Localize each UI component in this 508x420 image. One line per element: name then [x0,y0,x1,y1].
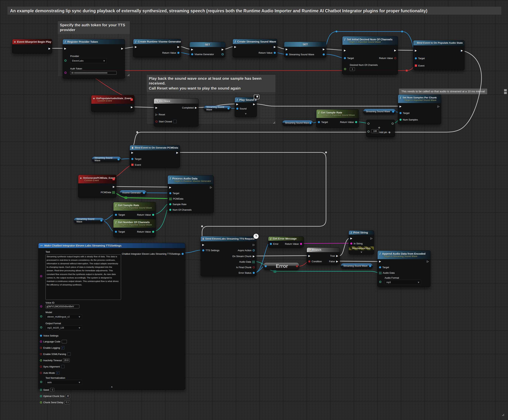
exec-out-pin[interactable]: ▶ [394,49,396,52]
auto-mode-checkbox[interactable]: ✓ [56,371,59,375]
event-pin[interactable] [131,164,133,166]
value-out-pin[interactable] [221,53,224,55]
return-value-pin[interactable] [274,52,276,54]
note-pin-icon[interactable] [504,89,507,91]
provider-pin[interactable] [65,60,66,61]
voice-settings-pin[interactable] [40,335,42,337]
pill-out-pin[interactable] [309,122,311,124]
exec-out-pin[interactable]: ▶ [221,48,224,51]
target-pin[interactable] [131,158,133,160]
enable-ssml-checkbox[interactable] [67,352,71,356]
target-pin[interactable] [379,266,381,268]
optimal-chunk-size-pin[interactable] [40,395,42,397]
collapse-chevron-icon[interactable]: ˄ [111,386,112,388]
voice-id-input[interactable]: gOkFV1JMCt0G0n9xmBwV [45,305,79,308]
exec-in-pin[interactable]: ▶ [236,103,238,105]
pill-out-pin[interactable] [143,192,145,194]
language-code-input[interactable] [62,340,67,343]
exec-in-pin[interactable]: ▶ [202,243,204,246]
node-event-begin-play[interactable]: ◈Event Blueprint Begin Play ▶ [12,39,52,53]
inactivity-timeout-input[interactable]: 20.0 [63,359,69,362]
target-pin[interactable] [318,121,320,123]
exec-in-pin[interactable]: ▶ [135,45,137,48]
add-pin-icon[interactable]: ⊕ [388,131,390,134]
canvas-resize-handle[interactable] [501,413,504,416]
pill-out-pin[interactable] [118,158,119,160]
node-get-error-message[interactable]: ƒGet Error Message Error Return Value [268,236,304,248]
node-append-audio-data-encoded[interactable]: ƒAppend Audio Data from EncodedTarget is… [377,250,430,287]
desired-channels-pin[interactable] [344,68,346,70]
exec-in-pin[interactable]: ▶ [415,49,417,52]
node-set-num-samples-per-chunk[interactable]: ƒSet Num Samples Per ChunkTarget is Impo… [398,94,441,124]
node-bind-event-generate-pcmdata[interactable]: Bind Event to On Generate PCMData ▶ ▶ Ta… [130,145,180,167]
return-value-pin[interactable] [300,243,302,245]
pill-out-pin[interactable] [369,265,371,267]
text-normalization-pin[interactable] [40,381,42,383]
var-pill-streaming-sound-wave[interactable]: Streaming Sound Wave [204,105,231,111]
exec-in-pin[interactable]: ▶ [379,260,381,262]
sound-pin[interactable] [236,108,238,110]
exec-in-pin[interactable]: ▶ [191,48,193,51]
return-value-pin[interactable] [152,214,154,216]
tts-settings-pin[interactable] [202,249,204,251]
audio-data-pin[interactable] [252,261,253,261]
audio-format-pin[interactable] [379,281,381,283]
streaming-interval-note[interactable]: This needs to be called so that audio is… [399,89,487,94]
node-get-sample-rate[interactable]: ƒGet Sample RateTarget is Imported Sound… [316,109,359,128]
audio-data-pin[interactable] [379,272,380,272]
exec-out-pin[interactable]: ▷ [253,243,255,246]
exec-out-pin[interactable]: ▷ [427,260,429,262]
output-format-pin[interactable] [40,326,42,328]
provider-dropdown[interactable]: ElevenLabs˅ [70,58,107,63]
node-register-provider-token[interactable]: ƒRegister Provider Token ▶ ▶ Provider El… [63,39,125,79]
node-branch[interactable]: ⇄Branch ▶ ▶True Condition ▶False [307,248,340,265]
pcmdata-pin[interactable] [112,191,113,192]
exec-out-pin[interactable]: ▶ [323,48,325,51]
optimal-chunk-size-input[interactable]: 40 [66,394,70,398]
exec-in-pin[interactable]: ▶ [64,47,66,50]
node-ongenerate-pcmdata-event[interactable]: ◈OnGeneratePCMData_EventCustom Event ▶ P… [78,175,116,198]
node-do-once[interactable]: ⇉Do Once ▶ ▶Completed ▷Reset Start Close… [154,98,199,127]
error-status-pin[interactable] [253,272,255,274]
audio-format-dropdown[interactable]: mp3˅ [385,280,421,285]
async-action-pin[interactable] [253,249,255,251]
node-create-streaming-sound-wave[interactable]: ƒCreate Streaming Sound Wave ▶ ▶ Return … [233,39,277,57]
target-pin[interactable] [399,112,402,114]
advanced-chevron-icon[interactable]: ˅ [361,251,362,253]
seed-pin[interactable] [40,389,42,391]
value-out-pin[interactable] [323,53,325,55]
reset-pin[interactable]: ▷ [155,113,157,116]
exec-out-pin[interactable]: ▷ [370,237,372,240]
pill-in-pin[interactable] [265,265,267,267]
exec-in-pin[interactable]: ▶ [155,106,157,109]
auto-mode-pin[interactable] [40,372,42,374]
exec-out-pin[interactable]: ▶ [48,47,51,50]
pill-out-pin[interactable] [228,107,229,109]
var-pill-error[interactable]: Error [263,262,299,270]
node-set-viseme-generator[interactable]: SET ▶ ▶ Viseme Generator [190,42,225,57]
node-onpopulate-audiostate-event[interactable]: ◈OnPopulateAudioState_EventCustom Event … [91,95,134,112]
node-send-elevenlabs-tts-request[interactable]: Send ElevenLabs Streaming TTS Request ▶ … [201,236,256,276]
auth-token-input[interactable]: sk-xxxxxxxxxxxxxxxxxxxxxxxxxxxxxx [70,71,117,75]
exec-in-pin[interactable]: ▶ [131,151,133,154]
advanced-chevron-icon[interactable]: ˅ [245,112,246,115]
target-pin[interactable] [115,231,117,233]
node-process-audio-data[interactable]: ƒProcess Audio DataTarget is Runtime Vis… [168,175,214,213]
exec-in-pin[interactable]: ▶ [350,237,352,240]
exec-out-pin[interactable]: ▶ [461,49,463,52]
is-final-chunk-pin[interactable] [253,266,255,268]
start-closed-checkbox[interactable] [173,120,177,123]
auth-token-pin[interactable] [65,72,66,74]
exec-out-pin[interactable]: ▷ [437,105,440,108]
enable-logging-pin[interactable] [40,347,42,349]
false-pin[interactable]: ▶ [336,260,338,262]
return-value-pin[interactable] [177,52,179,54]
divide-input-b-pin[interactable] [368,130,369,133]
node-set-initial-desired-num-channels[interactable]: ƒSet Initial Desired Num Of ChannelsTarg… [342,36,398,75]
value-in-pin[interactable] [191,53,193,55]
num-samples-pin[interactable] [399,119,402,121]
chunk-send-delay-pin[interactable] [40,401,42,403]
return-value-pin[interactable] [355,121,357,123]
target-pin[interactable] [415,57,417,59]
event-pin[interactable] [415,65,417,67]
